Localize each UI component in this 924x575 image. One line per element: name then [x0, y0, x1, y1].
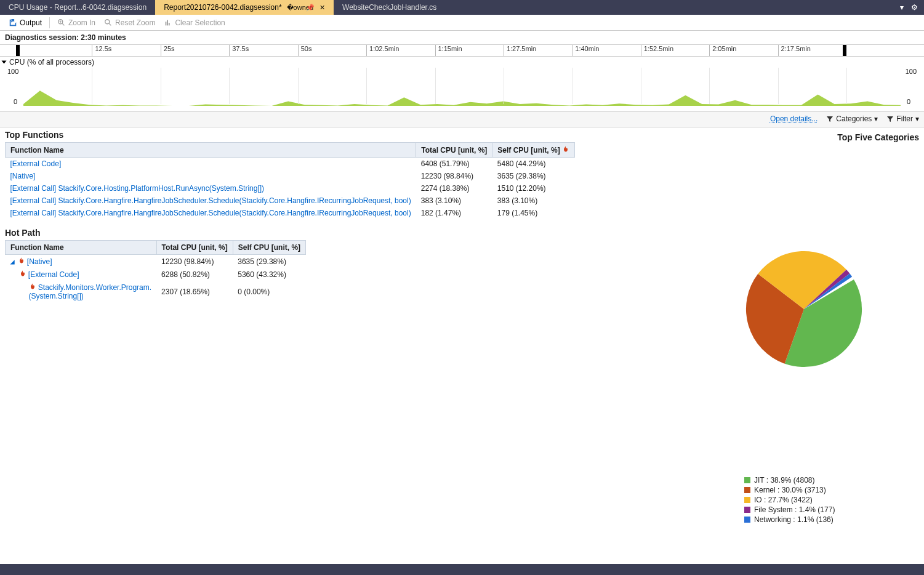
gridline — [709, 68, 710, 104]
pie-legend: JIT : 38.9% (4808)Kernel : 30.0% (3713)I… — [744, 475, 919, 525]
column-header[interactable]: Total CPU [unit, %] — [416, 143, 492, 158]
total-cpu-cell: 12230 (98.84%) — [416, 170, 492, 182]
total-cpu-cell: 6408 (51.79%) — [416, 158, 492, 171]
y-axis-top: 100 — [7, 68, 18, 75]
session-label: Diagnostics session: 2:30 minutes — [0, 31, 924, 44]
function-link[interactable]: [External Call] Stackify.Core.Hangfire.H… — [6, 195, 416, 207]
legend-label: JIT : 38.9% (4808) — [754, 475, 815, 485]
column-header[interactable]: Self CPU [unit, %] — [492, 143, 575, 158]
legend-item: Networking : 1.1% (136) — [744, 515, 919, 525]
gridline — [778, 68, 779, 104]
tab-report[interactable]: Report20210726-0042.diagsession* �owned … — [155, 0, 334, 15]
table-row[interactable]: [External Code]6408 (51.79%)5480 (44.29%… — [6, 158, 575, 171]
legend-item: JIT : 38.9% (4808) — [744, 475, 919, 485]
timeline-marker-start[interactable] — [16, 45, 20, 56]
column-header[interactable]: Function Name — [6, 241, 157, 255]
table-row[interactable]: [External Call] Stackify.Core.Hangfire.H… — [6, 195, 575, 207]
flame-icon — [19, 270, 26, 279]
actions-bar: Open details... Categories ▾ Filter ▾ — [0, 112, 924, 127]
gridline — [504, 68, 504, 104]
total-cpu-cell: 2307 (18.65%) — [156, 281, 233, 302]
svg-rect-7 — [167, 20, 169, 25]
expand-icon[interactable]: ◢ — [10, 257, 18, 266]
timeline-tick: 50s — [298, 45, 312, 56]
editor-tab-bar: CPU Usage - Report...6-0042.diagsession … — [0, 0, 924, 15]
total-cpu-cell: 182 (1.47%) — [416, 207, 492, 219]
chevron-down-icon: ▾ — [915, 115, 919, 123]
svg-line-1 — [62, 23, 65, 25]
column-header[interactable]: Total CPU [unit, %] — [156, 241, 233, 255]
cpu-plot-header[interactable]: CPU (% of all processors) — [0, 57, 924, 68]
gridline — [298, 68, 299, 104]
y-axis-bottom-right: 0 — [907, 98, 910, 105]
tab-cpu-usage[interactable]: CPU Usage - Report...6-0042.diagsession — [0, 0, 155, 15]
gear-icon[interactable]: ⚙ — [911, 3, 918, 12]
hot-path-table: Function Name Total CPU [unit, %] Self C… — [5, 240, 306, 302]
toolbar: Output Zoom In Reset Zoom Clear Selectio… — [0, 15, 924, 31]
flame-icon — [18, 257, 25, 266]
output-button[interactable]: Output — [5, 17, 46, 28]
open-details-link[interactable]: Open details... — [770, 115, 818, 123]
categories-dropdown[interactable]: Categories ▾ — [826, 115, 878, 123]
svg-line-5 — [109, 23, 111, 25]
self-cpu-cell: 3635 (29.38%) — [492, 170, 575, 182]
total-cpu-cell: 383 (3.10%) — [416, 195, 492, 207]
timeline-tick: 1:15min — [435, 45, 462, 56]
clear-selection-button: Clear Selection — [160, 17, 228, 28]
table-row[interactable]: [External Call] Stackify.Core.Hosting.Pl… — [6, 182, 575, 195]
function-link[interactable]: [External Call] Stackify.Core.Hosting.Pl… — [6, 182, 416, 195]
function-link[interactable]: [Native] — [6, 170, 416, 182]
legend-label: Networking : 1.1% (136) — [754, 515, 834, 525]
chevron-down-icon: ▾ — [874, 115, 878, 123]
tab-websitecheck[interactable]: WebsiteCheckJobHandler.cs — [334, 0, 445, 15]
gridline — [846, 68, 847, 104]
legend-item: IO : 27.7% (3422) — [744, 495, 919, 505]
legend-swatch — [744, 477, 750, 483]
export-icon — [9, 18, 17, 27]
legend-item: File System : 1.4% (177) — [744, 505, 919, 515]
filter-icon — [886, 115, 894, 123]
self-cpu-cell: 5360 (43.32%) — [233, 268, 305, 281]
legend-swatch — [744, 517, 750, 523]
y-axis-top-right: 100 — [906, 68, 917, 75]
self-cpu-cell: 0 (0.00%) — [233, 281, 305, 302]
timeline-tick: 1:52.5min — [641, 45, 673, 56]
top-functions-title: Top Functions — [0, 127, 739, 142]
function-link[interactable]: [External Call] Stackify.Core.Hangfire.H… — [6, 207, 416, 219]
function-link[interactable]: [External Code] — [6, 268, 157, 281]
timeline-tick: 2:05min — [709, 45, 736, 56]
pie-chart — [744, 249, 864, 369]
flame-icon — [29, 283, 36, 292]
pin-icon[interactable]: 📌 — [306, 4, 315, 12]
timeline-marker-end[interactable] — [843, 45, 846, 56]
self-cpu-cell: 5480 (44.29%) — [492, 158, 575, 171]
close-icon[interactable]: ✕ — [319, 4, 325, 12]
timeline-ruler[interactable]: 12.5s25s37.5s50s1:02.5min1:15min1:27.5mi… — [0, 44, 924, 57]
self-cpu-cell: 1510 (12.20%) — [492, 182, 575, 195]
table-row[interactable]: [External Call] Stackify.Core.Hangfire.H… — [6, 207, 575, 219]
gridline — [161, 68, 161, 104]
column-header[interactable]: Self CPU [unit, %] — [233, 241, 305, 255]
cpu-area — [23, 90, 901, 106]
svg-point-4 — [105, 19, 110, 23]
function-link[interactable]: [External Code] — [6, 158, 416, 171]
gridline — [366, 68, 367, 104]
gridline — [229, 68, 230, 104]
self-cpu-cell: 3635 (29.38%) — [233, 255, 305, 268]
timeline-tick: 37.5s — [229, 45, 249, 56]
table-row[interactable]: [External Code]6288 (50.82%)5360 (43.32%… — [6, 268, 306, 281]
column-header[interactable]: Function Name — [6, 143, 416, 158]
collapse-icon[interactable] — [2, 61, 7, 64]
legend-label: Kernel : 30.0% (3713) — [754, 485, 826, 495]
timeline-tick: 1:40min — [572, 45, 599, 56]
function-link[interactable]: Stackify.Monitors.Worker.Program.(System… — [6, 281, 157, 302]
cpu-plot[interactable]: 100 0 100 0 — [0, 68, 924, 112]
function-link[interactable]: ◢ [Native] — [6, 255, 157, 268]
y-axis-bottom: 0 — [14, 98, 17, 105]
table-row[interactable]: ◢ [Native]12230 (98.84%)3635 (29.38%) — [6, 255, 306, 268]
filter-dropdown[interactable]: Filter ▾ — [886, 115, 919, 123]
table-row[interactable]: Stackify.Monitors.Worker.Program.(System… — [6, 281, 306, 302]
hot-path-title: Hot Path — [0, 225, 739, 240]
chevron-down-icon[interactable]: ▾ — [900, 3, 904, 12]
table-row[interactable]: [Native]12230 (98.84%)3635 (29.38%) — [6, 170, 575, 182]
